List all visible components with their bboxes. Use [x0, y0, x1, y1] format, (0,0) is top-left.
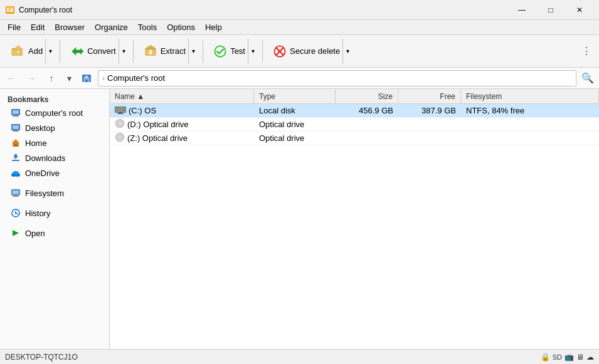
svg-marker-44: [13, 230, 19, 236]
path-dropdown-button[interactable]: ▾: [63, 70, 75, 87]
secure-delete-icon: [272, 44, 287, 59]
statusbar-monitor-icon: 📺: [565, 353, 574, 361]
col-name-header[interactable]: Name ▲: [110, 89, 254, 104]
sidebar-item-computers-root[interactable]: Computer's root: [0, 105, 109, 120]
toolbar-overflow[interactable]: ⋮: [579, 39, 594, 64]
minimize-button[interactable]: —: [507, 0, 536, 20]
svg-marker-10: [72, 47, 84, 56]
desktop-icon: [10, 122, 21, 133]
menu-tools[interactable]: Tools: [133, 21, 162, 33]
back-button[interactable]: ←: [3, 70, 20, 87]
app-icon: [5, 5, 15, 15]
c-drive-label: (C:) OS: [129, 106, 156, 115]
file-row-d-drive[interactable]: (D:) Optical drive Optical drive: [110, 118, 599, 132]
menu-file[interactable]: File: [3, 21, 26, 33]
svg-marker-35: [13, 154, 18, 159]
open-label: Open: [25, 229, 45, 238]
sep-3: [203, 40, 203, 63]
svg-rect-4: [8, 11, 11, 11]
sep-2: [133, 40, 134, 63]
addressbar: ← → ↑ ▾ › Computer's root 🔍: [0, 68, 599, 89]
z-drive-fs: [461, 132, 599, 145]
secure-delete-button[interactable]: Secure delete ▾: [267, 39, 353, 64]
convert-label: Convert: [87, 46, 116, 56]
svg-point-38: [13, 171, 19, 175]
svg-marker-13: [145, 44, 156, 48]
menu-organize[interactable]: Organize: [90, 21, 133, 33]
sidebar-item-home[interactable]: Home: [0, 135, 109, 150]
bookmarks-label: Bookmarks: [0, 91, 109, 105]
home-label: Home: [25, 138, 47, 148]
col-size-header[interactable]: Size: [336, 89, 398, 104]
svg-rect-27: [13, 116, 19, 117]
menu-help[interactable]: Help: [200, 21, 227, 33]
svg-point-52: [119, 123, 120, 124]
add-icon: [11, 44, 26, 59]
add-dropdown[interactable]: ▾: [45, 39, 55, 64]
sidebar-item-desktop[interactable]: Desktop: [0, 120, 109, 135]
d-drive-name: (D:) Optical drive: [110, 118, 254, 132]
menu-browser[interactable]: Browser: [50, 21, 90, 33]
menubar: File Edit Browser Organize Tools Options…: [0, 20, 599, 35]
forward-button[interactable]: →: [23, 70, 40, 87]
svg-rect-6: [12, 49, 23, 55]
test-icon: [213, 44, 228, 59]
file-row-c-drive[interactable]: (C:) OS Local disk 456.9 GB 387.9 GB NTF…: [110, 104, 599, 118]
convert-button[interactable]: Convert ▾: [64, 39, 129, 64]
sidebar-item-open[interactable]: Open: [0, 226, 109, 241]
svg-rect-22: [85, 80, 88, 82]
menu-edit[interactable]: Edit: [26, 21, 50, 33]
convert-icon: [70, 44, 85, 59]
sidebar-item-downloads[interactable]: Downloads: [0, 150, 109, 165]
sidebar: Bookmarks Computer's root: [0, 89, 110, 349]
address-path[interactable]: › Computer's root: [98, 70, 576, 86]
z-drive-type: Optical drive: [254, 132, 336, 145]
col-free-header[interactable]: Free: [398, 89, 461, 104]
onedrive-label: OneDrive: [25, 169, 60, 178]
divider-3: [0, 221, 109, 226]
desktop-label: Desktop: [25, 123, 55, 133]
filelist-header: Name ▲ Type Size Free Filesystem: [110, 89, 599, 104]
svg-rect-47: [119, 112, 122, 113]
svg-rect-42: [13, 196, 19, 197]
computers-root-label: Computer's root: [25, 108, 83, 118]
d-drive-label: (D:) Optical drive: [127, 120, 189, 129]
extract-icon: [143, 44, 158, 59]
svg-rect-26: [13, 115, 18, 116]
file-row-z-drive[interactable]: (Z:) Optical drive Optical drive: [110, 132, 599, 145]
svg-rect-15: [149, 49, 151, 51]
home-icon: [10, 137, 21, 148]
statusbar-right: 🔒 SD 📺 🖥 ☁: [541, 353, 594, 361]
svg-rect-48: [117, 113, 124, 114]
statusbar: DESKTOP-TQTCJ1O 🔒 SD 📺 🖥 ☁: [0, 349, 599, 364]
secure-delete-dropdown[interactable]: ▾: [342, 39, 353, 64]
svg-rect-9: [18, 51, 18, 53]
maximize-button[interactable]: □: [536, 0, 565, 20]
open-icon: [10, 227, 21, 239]
svg-rect-3: [8, 9, 12, 10]
extract-button[interactable]: Extract ▾: [137, 39, 199, 64]
add-button[interactable]: Add ▾: [5, 39, 56, 64]
d-drive-type: Optical drive: [254, 118, 336, 132]
close-button[interactable]: ✕: [565, 0, 594, 20]
window-title: Computer's root: [19, 6, 507, 14]
convert-dropdown[interactable]: ▾: [119, 39, 129, 64]
c-drive-fs: NTFS, 84% free: [461, 104, 599, 118]
c-drive-icon: [115, 105, 126, 116]
test-dropdown[interactable]: ▾: [248, 39, 258, 64]
col-type-header[interactable]: Type: [254, 89, 336, 104]
sidebar-item-onedrive[interactable]: OneDrive: [0, 165, 109, 180]
up-button[interactable]: ↑: [43, 70, 60, 87]
sidebar-item-history[interactable]: History: [0, 205, 109, 221]
search-button[interactable]: 🔍: [579, 70, 596, 87]
extract-dropdown[interactable]: ▾: [188, 39, 198, 64]
c-drive-free: 387.9 GB: [398, 104, 461, 118]
sidebar-item-filesystem[interactable]: Filesystem: [0, 185, 109, 200]
menu-options[interactable]: Options: [162, 21, 200, 33]
toolbar: Add ▾ Convert ▾ Extract ▾: [0, 35, 599, 68]
test-button[interactable]: Test ▾: [207, 39, 258, 64]
c-drive-size: 456.9 GB: [336, 104, 398, 118]
filesystem-icon: [10, 187, 21, 199]
home-button[interactable]: [78, 70, 95, 87]
col-fs-header[interactable]: Filesystem: [461, 89, 599, 104]
